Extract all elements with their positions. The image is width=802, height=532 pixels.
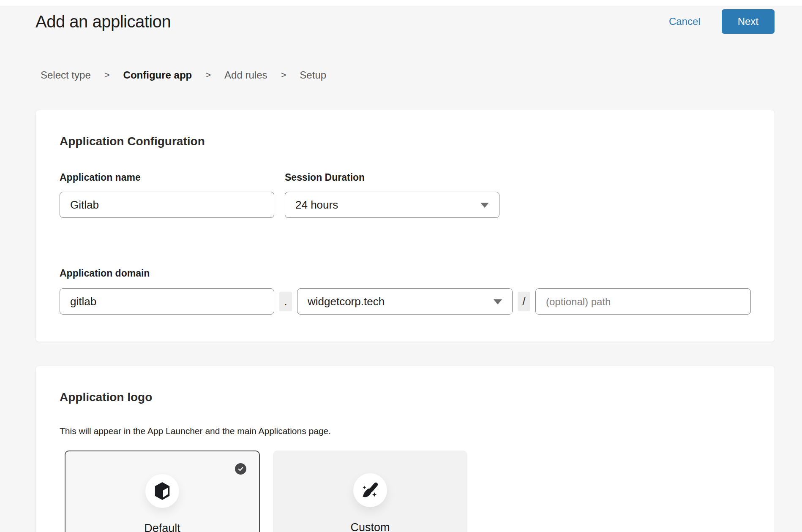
cube-icon bbox=[153, 481, 171, 501]
cancel-button[interactable]: Cancel bbox=[669, 16, 701, 27]
window-top-strip bbox=[0, 0, 802, 6]
domain-select[interactable]: widgetcorp.tech bbox=[297, 288, 513, 315]
application-name-input[interactable] bbox=[60, 192, 274, 218]
session-duration-select[interactable]: 24 hours bbox=[285, 192, 499, 218]
breadcrumb-step-setup[interactable]: Setup bbox=[300, 69, 326, 81]
next-button[interactable]: Next bbox=[722, 9, 775, 34]
name-session-row: Application name Session Duration 24 hou… bbox=[60, 172, 751, 218]
application-configuration-card: Application Configuration Application na… bbox=[35, 110, 775, 342]
application-configuration-title: Application Configuration bbox=[60, 135, 751, 148]
application-logo-title: Application logo bbox=[60, 391, 751, 404]
page-header: Add an application Cancel Next bbox=[0, 6, 802, 34]
session-duration-field: Session Duration 24 hours bbox=[285, 172, 499, 218]
chevron-down-icon bbox=[494, 299, 502, 304]
paintbrush-icon bbox=[360, 480, 380, 500]
dot-separator: . bbox=[279, 292, 292, 311]
logo-options: Default Custom bbox=[65, 451, 751, 532]
logo-option-label: Custom bbox=[273, 521, 467, 532]
logo-option-default[interactable]: Default bbox=[65, 451, 260, 532]
custom-logo-circle bbox=[353, 473, 387, 507]
session-duration-value: 24 hours bbox=[295, 198, 338, 212]
logo-option-label: Default bbox=[65, 522, 259, 532]
selected-check-badge bbox=[235, 463, 246, 475]
breadcrumb: Select type > Configure app > Add rules … bbox=[41, 69, 802, 81]
page-title: Add an application bbox=[35, 12, 171, 31]
chevron-down-icon bbox=[480, 203, 489, 208]
application-name-label: Application name bbox=[60, 172, 274, 183]
breadcrumb-separator: > bbox=[104, 70, 110, 81]
breadcrumb-separator: > bbox=[205, 70, 211, 81]
breadcrumb-step-select-type[interactable]: Select type bbox=[41, 69, 91, 81]
path-input[interactable] bbox=[535, 288, 751, 315]
check-icon bbox=[237, 466, 244, 472]
subdomain-input[interactable] bbox=[60, 288, 274, 315]
header-actions: Cancel Next bbox=[669, 9, 775, 34]
breadcrumb-step-add-rules[interactable]: Add rules bbox=[224, 69, 267, 81]
application-logo-description: This will appear in the App Launcher and… bbox=[60, 426, 751, 436]
application-logo-card: Application logo This will appear in the… bbox=[35, 366, 775, 532]
logo-option-custom[interactable]: Custom bbox=[273, 451, 467, 532]
breadcrumb-step-configure-app[interactable]: Configure app bbox=[123, 69, 192, 81]
session-duration-label: Session Duration bbox=[285, 172, 499, 183]
breadcrumb-separator: > bbox=[281, 70, 286, 81]
default-logo-circle bbox=[145, 474, 179, 508]
domain-select-value: widgetcorp.tech bbox=[308, 295, 385, 308]
application-domain-row: . widgetcorp.tech / bbox=[60, 288, 751, 315]
application-domain-label: Application domain bbox=[60, 268, 751, 279]
slash-separator: / bbox=[518, 292, 530, 311]
application-name-field: Application name bbox=[60, 172, 274, 218]
